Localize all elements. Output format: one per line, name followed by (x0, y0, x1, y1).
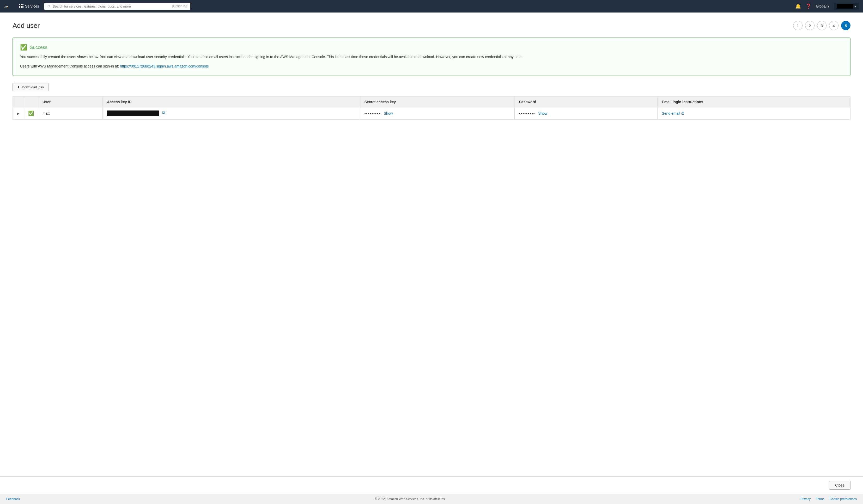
col-user-header: User (38, 97, 103, 107)
copyright: © 2022, Amazon Web Services, Inc. or its… (375, 497, 446, 501)
bell-icon[interactable]: 🔔 (795, 3, 801, 9)
table-body: ▶ ✅ matt ⧉ ••••••••• Show ••••••••• (13, 107, 850, 119)
svg-point-0 (48, 5, 50, 7)
expand-button[interactable]: ▶ (17, 112, 20, 115)
step-1[interactable]: 1 (793, 21, 802, 30)
console-signin-link[interactable]: https://091172688243.signin.aws.amazon.c… (120, 64, 209, 68)
access-key-cell: ⧉ (103, 107, 360, 119)
email-cell: Send email (658, 107, 850, 119)
secret-show-link[interactable]: Show (384, 111, 393, 115)
username: matt (42, 111, 50, 115)
search-bar[interactable]: [Option+S] (44, 3, 190, 10)
step-4[interactable]: 4 (829, 21, 838, 30)
account-menu[interactable]: ▬▬▬▬ ▾ (834, 3, 859, 10)
table-row: ▶ ✅ matt ⧉ ••••••••• Show ••••••••• (13, 107, 850, 119)
search-icon (48, 4, 51, 8)
top-navigation: Services [Option+S] 🔔 ❓ Global ▾ ▬▬▬▬ ▾ (0, 0, 863, 13)
col-status-header (24, 97, 38, 107)
secret-dots: ••••••••• (364, 111, 381, 115)
success-body: You successfully created the users shown… (20, 54, 843, 69)
main-content: Add user 1 2 3 4 5 ✅ Success You success… (0, 13, 863, 476)
page-header: Add user 1 2 3 4 5 (13, 21, 850, 30)
access-key-redacted (107, 111, 159, 116)
services-button[interactable]: Services (17, 3, 41, 9)
grid-icon (19, 4, 24, 8)
password-dots: ••••••••• (519, 111, 535, 115)
password-cell: ••••••••• Show (515, 107, 658, 119)
send-email-link[interactable]: Send email (662, 111, 846, 115)
download-icon: ⬇ (17, 85, 20, 89)
download-btn-label: Download .csv (22, 85, 44, 89)
status-ok-icon: ✅ (28, 111, 34, 116)
secret-key-cell: ••••••••• Show (360, 107, 515, 119)
password-show-link[interactable]: Show (538, 111, 547, 115)
col-password-header: Password (515, 97, 658, 107)
help-icon[interactable]: ❓ (806, 3, 811, 9)
col-secret-key-header: Secret access key (360, 97, 515, 107)
global-selector[interactable]: Global ▾ (816, 4, 829, 8)
footer-links: Privacy Terms Cookie preferences (800, 497, 857, 501)
terms-link[interactable]: Terms (816, 497, 824, 501)
console-signin-text: Users with AWS Management Console access… (20, 63, 843, 69)
footer: Feedback © 2022, Amazon Web Services, In… (0, 494, 863, 504)
copy-icon[interactable]: ⧉ (162, 111, 165, 115)
success-banner: ✅ Success You successfully created the u… (13, 38, 850, 76)
bottom-bar: Close (0, 476, 863, 494)
success-icon: ✅ (20, 44, 27, 51)
privacy-link[interactable]: Privacy (800, 497, 811, 501)
success-title: Success (30, 45, 48, 50)
feedback-link[interactable]: Feedback (6, 497, 20, 501)
aws-logo[interactable] (4, 3, 14, 9)
users-table: User Access key ID Secret access key Pas… (13, 97, 850, 119)
nav-right: 🔔 ❓ Global ▾ ▬▬▬▬ ▾ (795, 3, 859, 10)
col-expand-header (13, 97, 24, 107)
user-cell: matt (38, 107, 103, 119)
table-header: User Access key ID Secret access key Pas… (13, 97, 850, 107)
step-5[interactable]: 5 (841, 21, 850, 30)
download-csv-button[interactable]: ⬇ Download .csv (13, 83, 49, 91)
svg-line-1 (683, 112, 684, 114)
external-link-icon (681, 112, 684, 115)
step-3[interactable]: 3 (817, 21, 826, 30)
status-cell: ✅ (24, 107, 38, 119)
cookie-preferences-link[interactable]: Cookie preferences (830, 497, 857, 501)
search-shortcut: [Option+S] (172, 4, 187, 8)
page-title: Add user (13, 22, 40, 30)
search-input[interactable] (52, 4, 170, 8)
step-2[interactable]: 2 (805, 21, 814, 30)
expand-cell: ▶ (13, 107, 24, 119)
col-email-header: Email login instructions (658, 97, 850, 107)
success-text: You successfully created the users shown… (20, 54, 843, 60)
send-email-label: Send email (662, 111, 680, 115)
close-button[interactable]: Close (829, 481, 850, 490)
services-label: Services (25, 4, 39, 8)
success-header: ✅ Success (20, 44, 843, 51)
col-access-key-header: Access key ID (103, 97, 360, 107)
step-indicators: 1 2 3 4 5 (793, 21, 850, 30)
